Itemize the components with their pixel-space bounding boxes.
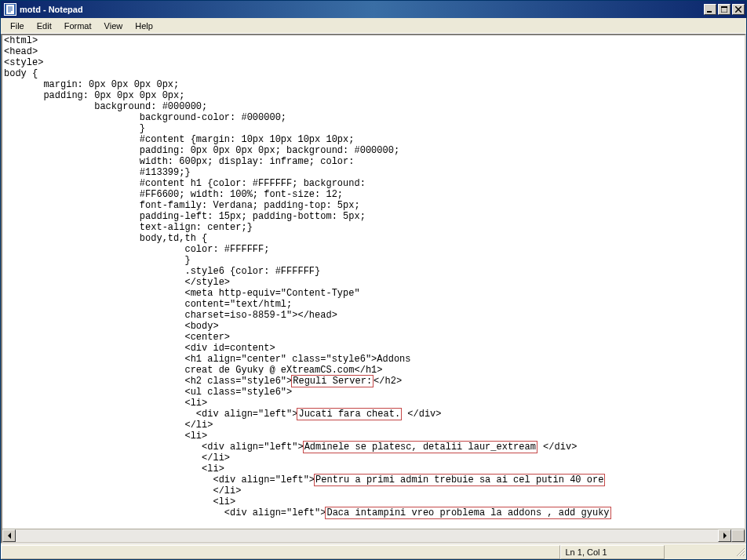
svg-marker-10 <box>8 533 11 539</box>
text-editor[interactable]: <html> <head> <style> body { margin: 0px… <box>2 35 745 529</box>
resize-grip-icon[interactable] <box>665 547 747 558</box>
highlight-adminele: Adminele se platesc, detalii laur_extrea… <box>303 441 537 453</box>
menubar: File Edit Format View Help <box>1 18 746 34</box>
notepad-icon <box>4 3 16 16</box>
window-title: motd - Notepad <box>20 5 704 14</box>
svg-line-17 <box>744 555 745 556</box>
statusbar: Ln 1, Col 1 <box>1 544 746 559</box>
editor-content[interactable]: <html> <head> <style> body { margin: 0px… <box>2 35 745 518</box>
horizontal-scrollbar[interactable] <box>2 529 745 542</box>
svg-rect-0 <box>6 5 14 14</box>
highlight-pentru: Pentru a primi admin trebuie sa ai cel p… <box>314 474 605 486</box>
svg-rect-7 <box>721 6 727 8</box>
status-panel-empty <box>1 545 560 559</box>
close-button[interactable] <box>732 4 745 15</box>
maximize-button[interactable] <box>718 4 731 15</box>
status-position: Ln 1, Col 1 <box>560 545 665 559</box>
scroll-track[interactable] <box>16 529 718 542</box>
scroll-corner <box>731 529 745 542</box>
menu-edit[interactable]: Edit <box>31 20 58 32</box>
scroll-left-button[interactable] <box>2 529 16 542</box>
titlebar[interactable]: motd - Notepad <box>1 1 746 18</box>
svg-rect-5 <box>707 11 712 13</box>
notepad-window: motd - Notepad File Edit Format View Hel… <box>0 0 747 560</box>
editor-container: <html> <head> <style> body { margin: 0px… <box>1 34 746 544</box>
minimize-button[interactable] <box>704 4 716 15</box>
svg-marker-11 <box>723 533 727 539</box>
scroll-right-button[interactable] <box>718 529 731 542</box>
highlight-reguli-server: Reguli Server: <box>291 375 374 387</box>
highlight-jucati: Jucati fara cheat. <box>297 408 402 420</box>
menu-format[interactable]: Format <box>58 20 98 32</box>
menu-file[interactable]: File <box>4 20 31 32</box>
menu-view[interactable]: View <box>98 20 129 32</box>
highlight-daca: Daca intampini vreo problema la addons ,… <box>325 507 610 519</box>
menu-help[interactable]: Help <box>129 20 159 32</box>
